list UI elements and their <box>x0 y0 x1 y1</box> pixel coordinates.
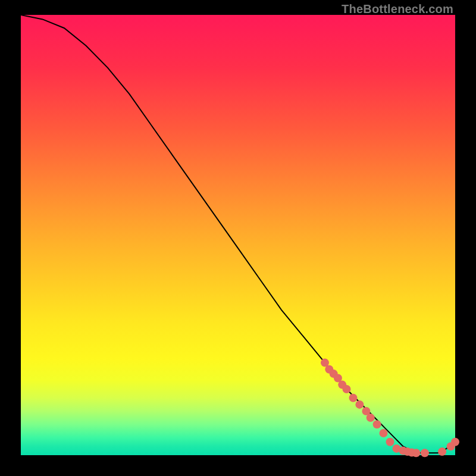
watermark-text: TheBottleneck.com <box>342 2 453 16</box>
bottleneck-curve <box>21 15 455 453</box>
data-point <box>373 420 381 428</box>
data-point <box>355 400 364 409</box>
data-point <box>421 449 429 457</box>
data-point <box>349 394 358 402</box>
data-point <box>386 438 394 446</box>
chart-stage: TheBottleneck.com <box>0 0 476 476</box>
chart-overlay <box>21 15 455 455</box>
data-point <box>412 449 420 457</box>
data-point <box>380 429 388 437</box>
data-points-group <box>321 359 459 458</box>
data-point <box>438 447 446 456</box>
data-point <box>451 438 459 446</box>
data-point <box>367 414 375 422</box>
data-point <box>343 385 351 393</box>
